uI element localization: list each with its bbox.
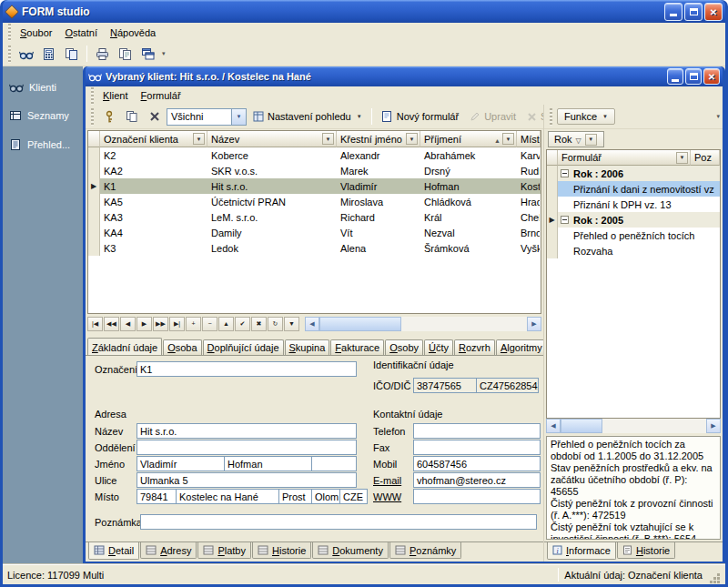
minimize-button[interactable] — [664, 3, 682, 21]
column-header-krestni-jmeno[interactable]: Křestní jméno — [337, 131, 420, 147]
scroll-right-icon[interactable]: ▶ — [527, 317, 541, 331]
nav-insert-button[interactable]: + — [186, 317, 201, 331]
delete-button[interactable]: Smazat — [522, 109, 543, 124]
tab-rozvrh[interactable]: Rozvrh — [454, 339, 495, 355]
functions-button[interactable]: Funkce ▼ — [557, 108, 615, 125]
tab-zakladni-udaje[interactable]: Základní údaje — [87, 338, 162, 355]
view-settings-button[interactable]: Nastavení pohledu ▼ — [248, 109, 367, 124]
tab-platby[interactable]: Platby — [197, 542, 251, 559]
telefon-input[interactable] — [413, 423, 541, 439]
group-by-rok[interactable]: Rok — [548, 131, 604, 147]
tab-dokumenty[interactable]: Dokumenty — [312, 542, 389, 559]
form-group-row[interactable]: Rok : 2005 — [547, 212, 720, 228]
email-input[interactable]: vhofman@stereo.cz — [413, 472, 541, 488]
column-filter-icon[interactable] — [676, 152, 688, 164]
grid-horizontal-scrollbar[interactable]: ◀ ▶ — [305, 317, 541, 331]
label-www-link[interactable]: WWW — [373, 491, 413, 502]
combobox-arrow-icon[interactable] — [231, 109, 246, 125]
tab-osoba[interactable]: Osoba — [163, 339, 201, 355]
client-row[interactable]: KA2SKR v.o.s.MarekDrsnýRudn — [88, 163, 541, 178]
tab-historie[interactable]: Historie — [252, 542, 311, 559]
copy-icon[interactable] — [115, 44, 136, 64]
client-row[interactable]: KA3LeM. s.r.o.RichardKrálCheb — [88, 209, 541, 225]
client-row[interactable]: K2KoberceAlexandrAbrahámekKarv — [88, 147, 541, 163]
client-filter-combobox[interactable]: Všichni — [167, 108, 247, 126]
stat-input[interactable]: CZE — [339, 489, 368, 504]
menubar-grip[interactable] — [8, 24, 11, 41]
oznaceni-input[interactable]: K1 — [136, 361, 357, 377]
sidebar-item-prehled[interactable]: Přehled... — [3, 138, 83, 151]
fax-input[interactable] — [413, 440, 541, 455]
menu-soubor[interactable]: Soubor — [14, 25, 58, 40]
tab-adresy[interactable]: Adresy — [140, 542, 197, 559]
tab-fakturace[interactable]: Fakturace — [330, 339, 384, 355]
tab-informace[interactable]: iInformace — [547, 541, 616, 560]
column-filter-icon[interactable] — [406, 133, 418, 145]
collapse-icon[interactable] — [561, 169, 569, 177]
nav-cancel-button[interactable]: ✖ — [251, 317, 267, 331]
client-maximize-button[interactable] — [685, 68, 702, 85]
windows-icon[interactable] — [137, 44, 158, 64]
column-header-misto[interactable]: Místo — [517, 131, 541, 147]
sidebar-item-seznamy[interactable]: Seznamy — [3, 109, 83, 122]
scrollbar-thumb[interactable] — [561, 419, 602, 433]
nav-refresh-button[interactable]: ↻ — [268, 317, 283, 331]
titul-input[interactable] — [311, 456, 357, 471]
close-button[interactable] — [704, 3, 723, 21]
nav-prior-button[interactable]: ◀ — [120, 317, 136, 331]
key-icon[interactable] — [98, 106, 119, 127]
form-row[interactable]: Rozvaha — [547, 243, 720, 258]
column-header-poznamka[interactable]: Poz — [691, 150, 720, 166]
tab-osoby[interactable]: Osoby — [385, 339, 423, 355]
column-header-formular[interactable]: Formulář — [558, 150, 691, 166]
resize-grip[interactable] — [708, 572, 721, 584]
column-header-nazev[interactable]: Název — [207, 131, 337, 147]
psc-input[interactable]: 79841 — [136, 489, 177, 504]
kraj-input[interactable]: Olom — [311, 489, 340, 504]
nav-delete-button[interactable]: − — [202, 317, 217, 331]
menu-formular[interactable]: Formulář — [135, 88, 187, 103]
form-group-row[interactable]: Rok : 2006 — [547, 166, 720, 181]
oddeleni-input[interactable] — [136, 440, 357, 455]
forms-icon[interactable] — [61, 44, 82, 64]
client-minimize-button[interactable] — [667, 68, 683, 85]
poznamka-input[interactable] — [140, 514, 537, 530]
scroll-right-icon[interactable]: ▶ — [706, 419, 721, 433]
mobil-input[interactable]: 604587456 — [413, 456, 541, 471]
nav-edit-button[interactable]: ▲ — [218, 317, 234, 331]
client-row[interactable]: K3LedokAlenaŠrámkováVyšk — [88, 240, 541, 256]
www-input[interactable] — [413, 489, 541, 504]
nav-next-button[interactable]: ▶ — [136, 317, 152, 331]
ico-input[interactable]: 38747565 — [413, 378, 477, 393]
column-header-prijmeni[interactable]: Příjmení — [420, 131, 517, 147]
functions-toolbar-overflow-icon[interactable]: ▾ — [716, 113, 720, 120]
ulice-input[interactable]: Ulmanka 5 — [136, 472, 357, 488]
tab-doplnujici-udaje[interactable]: Doplňující údaje — [203, 339, 284, 355]
forms-horizontal-scrollbar[interactable]: ◀ ▶ — [546, 419, 721, 433]
misto-input[interactable]: Kostelec na Hané — [176, 489, 279, 504]
nav-first-button[interactable]: |◀ — [87, 317, 103, 331]
menu-klient[interactable]: Klient — [96, 88, 135, 103]
sidebar-item-klienti[interactable]: Klienti — [3, 81, 83, 93]
edit-button[interactable]: Upravit — [465, 109, 521, 124]
tab-skupina[interactable]: Skupina — [285, 339, 330, 355]
jmeno-input[interactable]: Vladimír — [136, 456, 225, 471]
scrollbar-thumb[interactable] — [319, 317, 401, 331]
client-row[interactable]: KA4DamilyVítNezvalBrno — [88, 225, 541, 240]
nav-filter-button[interactable]: ▼ — [284, 317, 299, 331]
prijmeni-input[interactable]: Hofman — [224, 456, 312, 471]
group-filter-icon[interactable] — [585, 134, 597, 146]
collapse-icon[interactable] — [561, 216, 569, 224]
menu-napoveda[interactable]: Nápověda — [104, 25, 162, 40]
nav-last-button[interactable]: ▶| — [169, 317, 185, 331]
nazev-input[interactable]: Hit s.r.o. — [136, 423, 357, 439]
nav-prior-page-button[interactable]: ◀◀ — [104, 317, 119, 331]
maximize-button[interactable] — [684, 3, 703, 21]
menu-ostatni[interactable]: Ostatní — [58, 25, 103, 40]
tab-historie-forms[interactable]: Historie — [617, 542, 675, 559]
calculator-icon[interactable] — [38, 44, 59, 64]
dic-input[interactable]: CZ475628542 — [476, 378, 539, 393]
tab-poznamky[interactable]: Poznámky — [389, 542, 461, 559]
print-icon[interactable] — [92, 44, 113, 64]
column-filter-icon[interactable] — [322, 133, 334, 145]
